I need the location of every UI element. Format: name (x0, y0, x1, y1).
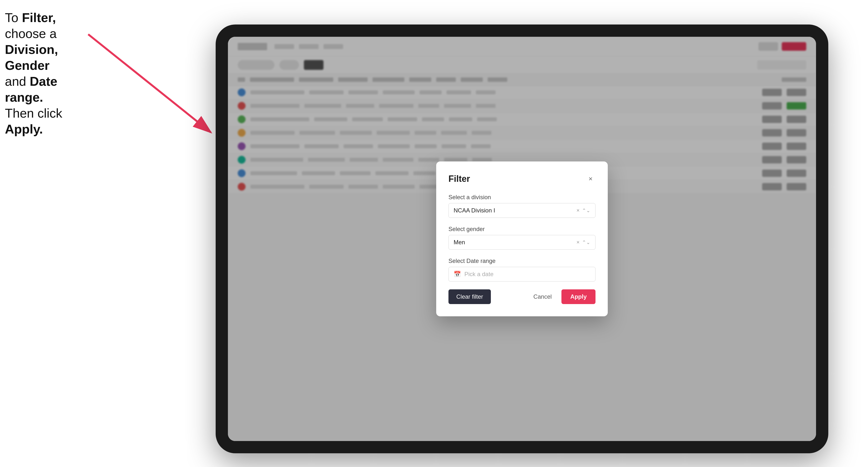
filter-modal: Filter × Select a division NCAA Division… (436, 161, 608, 316)
svg-line-1 (88, 34, 211, 132)
instruction-bold2: Division, Gender (5, 42, 58, 72)
gender-select[interactable]: Men × ⌃⌄ (448, 235, 595, 250)
cancel-button[interactable]: Cancel (529, 289, 557, 304)
clear-filter-button[interactable]: Clear filter (448, 289, 491, 304)
date-label: Select Date range (448, 257, 595, 264)
division-form-group: Select a division NCAA Division I × ⌃⌄ (448, 194, 595, 218)
instruction-line4: Then click Apply. (5, 106, 62, 136)
calendar-icon: 📅 (454, 271, 461, 278)
apply-button[interactable]: Apply (561, 289, 595, 304)
modal-footer-right: Cancel Apply (529, 289, 595, 304)
gender-form-group: Select gender Men × ⌃⌄ (448, 226, 595, 250)
division-label: Select a division (448, 194, 595, 201)
arrow-pointer (69, 15, 240, 162)
date-placeholder: Pick a date (464, 271, 494, 278)
division-select[interactable]: NCAA Division I × ⌃⌄ (448, 203, 595, 218)
gender-select-value: Men (454, 239, 577, 246)
division-select-value: NCAA Division I (454, 207, 577, 214)
instruction-line3: and Date range. (5, 74, 57, 104)
modal-overlay: Filter × Select a division NCAA Division… (228, 37, 816, 441)
division-clear-icon[interactable]: × (577, 207, 580, 214)
gender-clear-icon[interactable]: × (577, 239, 580, 246)
division-arrow-icon: ⌃⌄ (582, 208, 590, 213)
modal-footer: Clear filter Cancel Apply (448, 289, 595, 304)
modal-close-button[interactable]: × (586, 174, 595, 184)
date-form-group: Select Date range 📅 Pick a date (448, 257, 595, 282)
gender-label: Select gender (448, 226, 595, 232)
gender-arrow-icon: ⌃⌄ (582, 239, 590, 245)
date-input[interactable]: 📅 Pick a date (448, 267, 595, 282)
instruction-block: To Filter, choose a Division, Gender and… (5, 10, 83, 137)
modal-header: Filter × (448, 174, 595, 184)
tablet-screen: Filter × Select a division NCAA Division… (228, 37, 816, 441)
modal-title: Filter (448, 174, 470, 184)
tablet-frame: Filter × Select a division NCAA Division… (216, 25, 828, 453)
instruction-line1: To Filter, choose a (5, 10, 57, 41)
